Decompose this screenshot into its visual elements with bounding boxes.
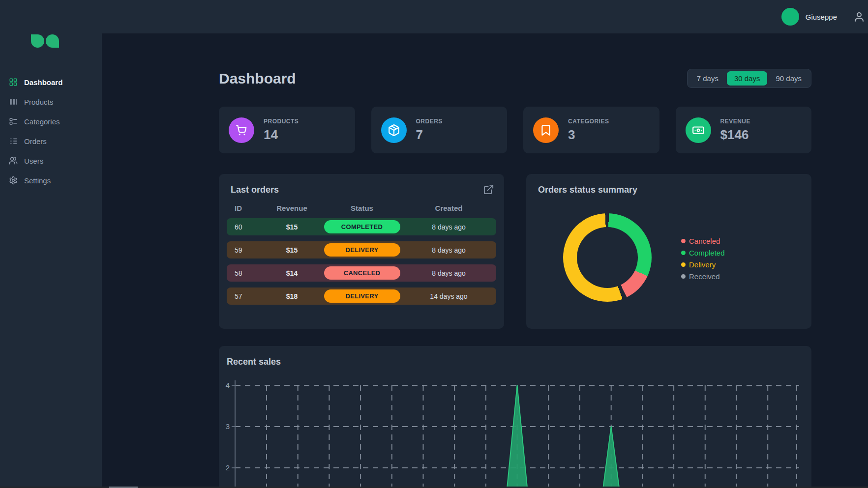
topbar: Giuseppe <box>0 0 868 33</box>
user-name[interactable]: Giuseppe <box>806 13 837 21</box>
sidebar-item-label: Orders <box>24 137 47 145</box>
sidebar-item-categories[interactable]: Categories <box>0 112 102 131</box>
gear-icon <box>9 176 18 185</box>
svg-text:4: 4 <box>226 381 230 389</box>
bookmark-icon <box>533 117 559 143</box>
orders-table: ID Revenue Status Created 60 $15 COMPLET… <box>227 204 496 305</box>
sidebar-item-orders[interactable]: Orders <box>0 131 102 151</box>
order-id: 57 <box>227 292 261 300</box>
order-revenue: $14 <box>261 269 323 277</box>
legend-dot <box>681 262 686 267</box>
bars-icon <box>9 97 18 106</box>
stat-label: ORDERS <box>416 118 443 125</box>
sidebar-item-label: Dashboard <box>24 78 62 86</box>
sidebar-item-users[interactable]: Users <box>0 151 102 171</box>
recent-sales-card: Recent sales 432 <box>219 346 811 488</box>
legend-item-received: Received <box>681 270 725 282</box>
range-button-30-days[interactable]: 30 days <box>727 71 768 86</box>
order-revenue: $15 <box>261 246 323 254</box>
table-row[interactable]: 59 $15 DELIVERY 8 days ago <box>227 241 496 258</box>
orders-status-title: Orders status summary <box>538 185 811 195</box>
status-badge: DELIVERY <box>324 243 400 257</box>
status-badge: COMPLETED <box>324 220 400 233</box>
stat-cards-row: PRODUCTS 14 ORDERS 7 CATEGORIES <box>219 107 811 153</box>
donut-hole <box>577 227 638 288</box>
stat-value: 7 <box>416 127 443 143</box>
column-header-id: ID <box>227 204 261 212</box>
table-row[interactable]: 58 $14 CANCELED 8 days ago <box>227 264 496 282</box>
column-header-revenue: Revenue <box>261 204 323 212</box>
stat-card-categories: CATEGORIES 3 <box>523 107 659 153</box>
order-created: 8 days ago <box>401 223 496 231</box>
column-header-created: Created <box>401 204 496 212</box>
status-badge: CANCELED <box>324 266 400 280</box>
last-orders-title: Last orders <box>227 185 496 195</box>
stat-value: 14 <box>264 127 299 143</box>
legend-item-delivery: Delivery <box>681 258 725 270</box>
order-revenue: $15 <box>261 223 323 231</box>
sidebar-nav: Dashboard Products Categories Orders Use… <box>0 72 102 190</box>
orders-status-donut-chart <box>563 213 652 302</box>
stat-card-products: PRODUCTS 14 <box>219 107 355 153</box>
order-id: 59 <box>227 246 261 254</box>
sidebar-item-settings[interactable]: Settings <box>0 171 102 190</box>
order-created: 8 days ago <box>401 269 496 277</box>
recent-sales-title: Recent sales <box>219 357 811 367</box>
dotted-list-icon <box>9 137 18 145</box>
grid-icon <box>9 78 18 86</box>
sidebar-item-label: Users <box>24 157 43 165</box>
stat-label: CATEGORIES <box>568 118 609 125</box>
stat-label: PRODUCTS <box>264 118 299 125</box>
order-created: 14 days ago <box>401 292 496 300</box>
recent-sales-area-chart: 432 <box>219 376 811 488</box>
sidebar-item-label: Settings <box>24 176 51 185</box>
cart-icon <box>229 117 254 143</box>
sidebar-item-label: Products <box>24 98 53 106</box>
order-id: 60 <box>227 223 261 231</box>
stat-card-revenue: REVENUE $146 <box>676 107 812 153</box>
package-icon <box>381 117 407 143</box>
main-content: Dashboard 7 days 30 days 90 days PRODUCT… <box>102 33 868 488</box>
svg-text:3: 3 <box>226 422 230 431</box>
table-row[interactable]: 60 $15 COMPLETED 8 days ago <box>227 218 496 235</box>
order-created: 8 days ago <box>401 246 496 254</box>
stat-label: REVENUE <box>720 118 751 125</box>
date-range-group: 7 days 30 days 90 days <box>687 69 811 88</box>
order-id: 58 <box>227 269 261 277</box>
range-button-90-days[interactable]: 90 days <box>768 71 809 86</box>
logo-leaf <box>31 34 44 48</box>
column-header-status: Status <box>323 204 401 212</box>
external-link-icon[interactable] <box>483 184 494 195</box>
sidebar: Dashboard Products Categories Orders Use… <box>0 0 102 488</box>
person-icon[interactable] <box>853 11 865 23</box>
legend-dot <box>681 239 686 243</box>
orders-status-card: Orders status summary Canceled Completed… <box>526 174 811 329</box>
users-icon <box>9 156 18 165</box>
status-badge: DELIVERY <box>324 289 400 303</box>
chart-legend: Canceled Completed Delivery Received <box>681 235 725 282</box>
legend-item-canceled: Canceled <box>681 235 725 247</box>
orders-table-header: ID Revenue Status Created <box>227 204 496 218</box>
legend-item-completed: Completed <box>681 247 725 258</box>
svg-text:2: 2 <box>226 463 230 472</box>
stat-value: 3 <box>568 127 609 143</box>
logo-leaf <box>46 34 59 48</box>
page-title: Dashboard <box>219 70 296 87</box>
sidebar-item-dashboard[interactable]: Dashboard <box>0 72 102 92</box>
legend-dot <box>681 274 686 279</box>
sidebar-item-label: Categories <box>24 117 60 126</box>
category-list-icon <box>9 117 18 126</box>
stat-value: $146 <box>720 127 751 143</box>
avatar[interactable] <box>781 8 799 26</box>
stat-card-orders: ORDERS 7 <box>371 107 508 153</box>
table-row[interactable]: 57 $18 DELIVERY 14 days ago <box>227 287 496 305</box>
range-button-7-days[interactable]: 7 days <box>689 71 726 86</box>
last-orders-card: Last orders ID Revenue Status Created 60… <box>219 174 504 329</box>
legend-dot <box>681 251 686 255</box>
order-revenue: $18 <box>261 292 323 300</box>
banknote-icon <box>686 117 711 143</box>
sidebar-item-products[interactable]: Products <box>0 92 102 112</box>
